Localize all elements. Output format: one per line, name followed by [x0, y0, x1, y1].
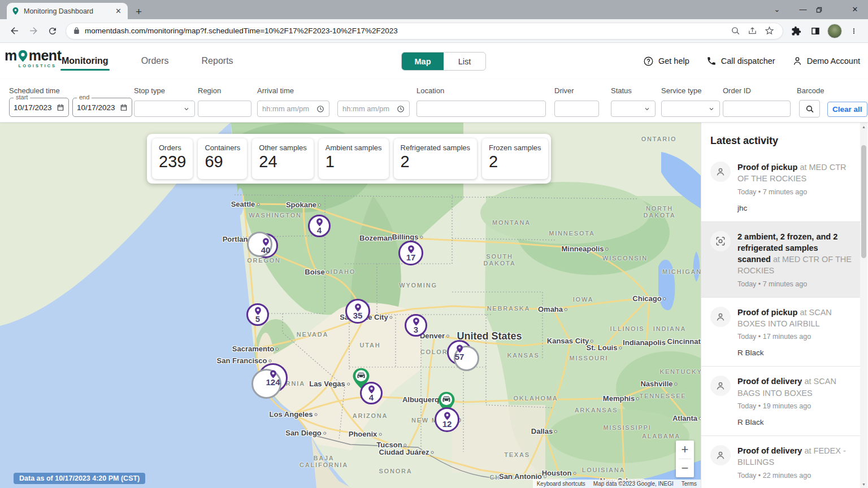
end-date-value: 10/17/2023	[77, 103, 120, 112]
tab-close-icon[interactable]: ✕	[114, 7, 123, 15]
region-input[interactable]	[198, 101, 251, 117]
stat-card-value: 69	[205, 154, 240, 170]
get-help-link[interactable]: Get help	[643, 56, 689, 67]
activity-body: Proof of delivery at SCAN BAGS INTO BOXE…	[737, 376, 853, 426]
arrival-end-time-input[interactable]: hh:mm am/pm	[337, 101, 410, 117]
calendar-icon[interactable]	[120, 103, 128, 111]
map-cluster-marker[interactable]: 35	[345, 299, 370, 324]
cluster-count: 12	[442, 420, 452, 428]
calendar-icon[interactable]	[57, 103, 64, 111]
toggle-map-button[interactable]: Map	[402, 53, 444, 70]
kebab-menu-icon[interactable]	[845, 23, 862, 40]
share-icon[interactable]	[745, 24, 759, 38]
scheduled-end-date-input[interactable]: end 10/17/2023	[72, 98, 132, 117]
nav-item-orders[interactable]: Orders	[140, 45, 170, 77]
service-type-select[interactable]	[661, 101, 720, 117]
window-restore-icon[interactable]	[816, 7, 842, 13]
activity-body: Proof of pickup at SCAN BOXES INTO AIRBI…	[737, 307, 853, 358]
cluster-count: 4	[317, 226, 322, 234]
activity-action: Proof of pickup	[737, 163, 797, 172]
activity-item[interactable]: 2 ambient, 2 frozen, and 2 refrigerated …	[701, 222, 860, 298]
scroll-down-icon[interactable]: ▼	[860, 480, 867, 488]
nav-item-monitoring[interactable]: Monitoring	[60, 45, 110, 77]
logo-text-ment: ment	[29, 49, 62, 63]
zoom-out-button[interactable]: −	[676, 459, 694, 477]
stat-card-value: 2	[489, 154, 541, 170]
activity-item[interactable]: Proof of delivery at SCAN BAGS INTO BOXE…	[701, 367, 860, 436]
clear-all-button[interactable]: Clear all	[827, 102, 867, 117]
zoom-indicator-icon[interactable]	[728, 24, 742, 38]
map-cluster-marker[interactable]: 5	[246, 303, 269, 326]
person-icon	[710, 445, 731, 465]
map-canvas[interactable]: ONTARIOWASHINGTONMONTANANORTH DAKOTAMINN…	[0, 123, 701, 488]
extensions-puzzle-icon[interactable]	[788, 23, 805, 40]
window-close-icon[interactable]: ✕	[842, 0, 868, 19]
activity-list: Proof of pickup at MED CTR OF THE ROCKIE…	[701, 152, 860, 488]
terms-link[interactable]: Terms	[678, 480, 701, 488]
map-cluster-marker[interactable]: 57	[447, 340, 472, 365]
arrival-time-label: Arrival time	[257, 86, 294, 95]
filter-bar: Scheduled time start 10/17/2023 end 10/1…	[0, 79, 868, 123]
map-cluster-marker[interactable]: 17	[398, 241, 423, 265]
profile-avatar[interactable]	[827, 24, 842, 38]
activity-item[interactable]: Proof of pickup at MED CTR OF THE ROCKIE…	[701, 152, 860, 222]
activity-item[interactable]: Proof of delivery at FEDEX - BILLINGSTod…	[701, 436, 860, 488]
stat-card-label: Containers	[205, 143, 240, 152]
map-cluster-marker[interactable]: 4	[308, 215, 331, 237]
help-icon	[643, 56, 654, 67]
demo-account-link[interactable]: Demo Account	[792, 56, 860, 66]
order-id-input[interactable]	[723, 101, 791, 117]
toggle-list-button[interactable]: List	[444, 53, 485, 70]
back-icon[interactable]	[6, 23, 23, 40]
call-dispatcher-link[interactable]: Call dispatcher	[706, 56, 775, 66]
map-cluster-marker[interactable]: 12	[435, 407, 459, 432]
activity-body: 2 ambient, 2 frozen, and 2 refrigerated …	[737, 231, 853, 288]
stat-card-value: 1	[326, 154, 382, 170]
stat-card-value: 24	[259, 154, 307, 170]
bookmark-star-icon[interactable]	[762, 24, 776, 38]
scheduled-start-date-input[interactable]: start 10/17/2023	[9, 98, 69, 117]
cluster-count: 40	[261, 246, 271, 254]
stat-card-value: 2	[401, 154, 471, 170]
activity-body: Proof of pickup at MED CTR OF THE ROCKIE…	[737, 162, 853, 212]
zoom-in-button[interactable]: +	[676, 441, 694, 459]
map-cluster-marker[interactable]: 124	[258, 363, 288, 393]
chevron-down-icon	[708, 106, 715, 112]
new-tab-button[interactable]: +	[136, 6, 142, 17]
reload-icon[interactable]	[44, 23, 61, 40]
main-nav: Monitoring Orders Reports	[60, 43, 235, 79]
status-select[interactable]	[611, 101, 656, 117]
url-text[interactable]: momentdash.com/monitoring/map?f.schedule…	[85, 27, 725, 35]
barcode-search-button[interactable]	[799, 100, 820, 117]
activity-item[interactable]: Proof of pickup at SCAN BOXES INTO AIRBI…	[701, 298, 860, 367]
lock-icon	[73, 27, 80, 34]
side-panel-icon[interactable]	[807, 23, 824, 40]
nav-item-reports[interactable]: Reports	[201, 45, 235, 77]
browser-tab[interactable]: Monitoring Dashboard ✕	[7, 3, 128, 19]
end-legend: end	[77, 94, 92, 101]
activity-user: R Black	[737, 418, 853, 426]
logo-text-m: m	[5, 49, 17, 63]
activity-time: Today • 19 minutes ago	[737, 402, 853, 410]
driver-input[interactable]	[554, 101, 599, 117]
person-icon	[710, 307, 731, 327]
tab-search-chevron-icon[interactable]: ⌄	[764, 0, 790, 19]
stop-type-select[interactable]	[134, 101, 195, 117]
scroll-up-icon[interactable]: ▲	[860, 123, 867, 130]
location-input[interactable]	[416, 101, 546, 117]
forward-icon[interactable]	[25, 23, 42, 40]
arrival-start-time-input[interactable]: hh:mm am/pm	[257, 101, 329, 117]
map-cluster-marker[interactable]: 4	[360, 382, 383, 404]
activity-body: Proof of delivery at FEDEX - BILLINGSTod…	[737, 445, 853, 488]
scrollbar-thumb[interactable]	[861, 145, 866, 258]
window-minimize-icon[interactable]: —	[790, 0, 816, 19]
moment-logo[interactable]: m ment LOGISTICS	[5, 49, 57, 68]
url-bar[interactable]: momentdash.com/monitoring/map?f.schedule…	[66, 23, 783, 40]
sidebar-scrollbar[interactable]: ▲ ▼	[860, 123, 867, 488]
activity-action: Proof of delivery	[737, 446, 802, 455]
keyboard-shortcuts-link[interactable]: Keyboard shortcuts	[533, 480, 589, 488]
map-cluster-marker[interactable]: 3	[405, 314, 427, 337]
barcode-label: Barcode	[797, 86, 824, 95]
stats-bar: Orders239Containers69Other samples24Ambi…	[147, 134, 551, 184]
map-cluster-marker[interactable]: 40	[253, 233, 278, 258]
